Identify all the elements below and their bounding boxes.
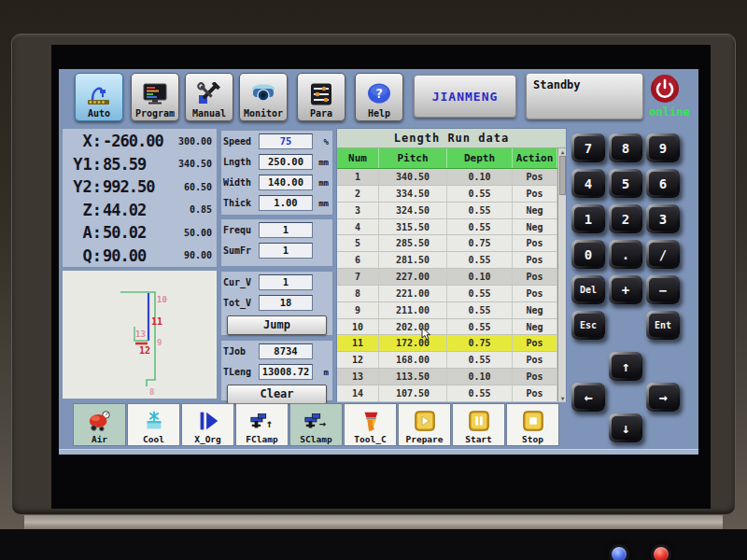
clear-button[interactable]: Clear: [227, 385, 327, 404]
tab-manual[interactable]: Manual: [185, 73, 233, 121]
prepare-button[interactable]: Prepare: [398, 403, 451, 446]
key-del[interactable]: Del: [571, 275, 605, 304]
table-row[interactable]: 7227.000.10Pos: [337, 269, 566, 286]
width-input[interactable]: 140.00: [259, 175, 313, 190]
table-row[interactable]: 4315.500.55Neg: [337, 219, 566, 236]
photo-of-hmi-panel: Auto Program Manual: [0, 0, 747, 560]
tot-v-input[interactable]: 18: [259, 295, 313, 311]
key-5[interactable]: 5: [609, 169, 642, 198]
key-arrow-up[interactable]: ↑: [609, 352, 642, 381]
key-2[interactable]: 2: [609, 204, 642, 233]
air-button[interactable]: Air: [73, 403, 126, 446]
table-row[interactable]: 10202.000.55Neg: [337, 319, 566, 336]
fclamp-button[interactable]: ↑ FClamp: [235, 403, 289, 446]
scroll-down-icon[interactable]: ▼: [558, 395, 567, 401]
key-1[interactable]: 1: [571, 204, 605, 233]
table-row[interactable]: 1340.500.10Pos: [337, 169, 566, 186]
svg-text:11: 11: [151, 316, 162, 327]
header-num: Num: [337, 148, 379, 168]
key-arrow-left[interactable]: ←: [571, 383, 605, 412]
table-row[interactable]: 9211.000.55Neg: [337, 302, 566, 319]
tab-para[interactable]: Para: [297, 73, 345, 121]
key-ent[interactable]: Ent: [646, 311, 680, 340]
key-minus[interactable]: −: [646, 275, 680, 304]
physical-blue-button[interactable]: [609, 544, 629, 560]
key-slash[interactable]: /: [646, 240, 680, 269]
param-cur-v: Cur_V 1: [221, 273, 332, 292]
param-label: Width: [223, 177, 259, 188]
key-dot[interactable]: .: [609, 240, 642, 269]
table-row[interactable]: 14107.500.55Pos: [337, 385, 566, 402]
air-compressor-icon: [87, 409, 113, 433]
footer-label: Prepare: [405, 434, 443, 444]
ui-status-strip: [59, 449, 698, 455]
scroll-up-icon[interactable]: ▲: [558, 148, 567, 155]
tab-label: Help: [368, 108, 390, 119]
cool-button[interactable]: Cool: [127, 403, 180, 446]
key-esc[interactable]: Esc: [571, 311, 605, 340]
camera-icon: [249, 82, 277, 106]
key-4[interactable]: 4: [571, 169, 605, 198]
axis-value: 50.02: [102, 223, 170, 242]
table-row[interactable]: 8221.000.55Pos: [337, 286, 566, 302]
table-row[interactable]: 5285.500.75Pos: [337, 235, 566, 252]
param-unit: mm: [313, 178, 329, 188]
sclamp-button[interactable]: → SClamp: [289, 403, 343, 446]
sumfr-input[interactable]: 1: [259, 243, 313, 259]
coordinate-panel: X: -260.00 300.00 Y1: 85.59 340.50 Y2: 9…: [62, 128, 218, 268]
table-row[interactable]: 6281.500.55Pos: [337, 252, 566, 269]
param-label: TJob: [223, 346, 259, 357]
power-icon[interactable]: [650, 74, 680, 104]
stop-button[interactable]: Stop: [506, 403, 559, 446]
start-button[interactable]: Start: [452, 403, 505, 446]
tab-label: Para: [310, 108, 332, 119]
speed-input[interactable]: 75: [259, 133, 313, 149]
x-org-button[interactable]: X_Org: [181, 403, 234, 446]
param-sumfr: SumFr 1: [221, 241, 332, 260]
table-row[interactable]: 12168.000.55Pos: [337, 352, 566, 369]
tleng-value: 13008.72: [259, 364, 313, 380]
param-label: Lngth: [223, 157, 259, 167]
physical-red-button[interactable]: [651, 544, 671, 560]
key-0[interactable]: 0: [571, 240, 605, 269]
code-monitor-icon: [141, 82, 169, 106]
key-arrow-down[interactable]: ↓: [609, 413, 642, 442]
param-unit: m: [313, 368, 329, 377]
tab-program[interactable]: Program: [131, 73, 179, 121]
stop-square-icon: [520, 409, 546, 433]
axis-value: -260.00: [102, 132, 170, 150]
param-label: Tot_V: [223, 298, 259, 308]
table-row[interactable]: 13113.500.10Pos: [337, 369, 566, 385]
scroll-thumb[interactable]: [559, 156, 566, 195]
cur-v-input[interactable]: 1: [259, 274, 313, 290]
tab-monitor[interactable]: Monitor: [239, 73, 288, 121]
jump-button[interactable]: Jump: [227, 315, 327, 335]
table-row[interactable]: 2334.500.55Pos: [337, 186, 566, 203]
tab-auto[interactable]: Auto: [75, 73, 123, 121]
param-unit: %: [313, 137, 329, 147]
key-8[interactable]: 8: [609, 133, 642, 162]
key-3[interactable]: 3: [646, 204, 680, 233]
key-7[interactable]: 7: [571, 133, 605, 162]
table-scrollbar[interactable]: ▲ ▼: [557, 148, 566, 401]
key-plus[interactable]: +: [609, 275, 642, 304]
tool-bit-icon: [358, 409, 384, 433]
key-9[interactable]: 9: [646, 133, 680, 162]
param-speed: Speed 75 %: [221, 132, 332, 151]
key-6[interactable]: 6: [646, 169, 680, 198]
length-input[interactable]: 250.00: [259, 154, 313, 170]
axis-label: Z:: [63, 201, 102, 219]
frequ-input[interactable]: 1: [259, 222, 313, 238]
tab-help[interactable]: ? Help: [355, 73, 403, 121]
axis-label: Y2:: [63, 177, 102, 196]
brand-button[interactable]: JIANMENG: [414, 75, 516, 118]
tool-c-button[interactable]: Tool_C: [344, 403, 397, 446]
param-thick: Thick 1.00 mm: [221, 193, 332, 213]
key-arrow-right[interactable]: →: [646, 383, 680, 412]
table-row-selected[interactable]: 11172.000.75Pos: [337, 335, 566, 352]
table-row[interactable]: 3324.500.55Neg: [337, 203, 566, 219]
thick-input[interactable]: 1.00: [259, 195, 313, 211]
frequency-panel: Frequ 1 SumFr 1: [220, 218, 333, 267]
footer-label: FClamp: [246, 434, 277, 444]
axis-label: Q:: [63, 246, 102, 265]
